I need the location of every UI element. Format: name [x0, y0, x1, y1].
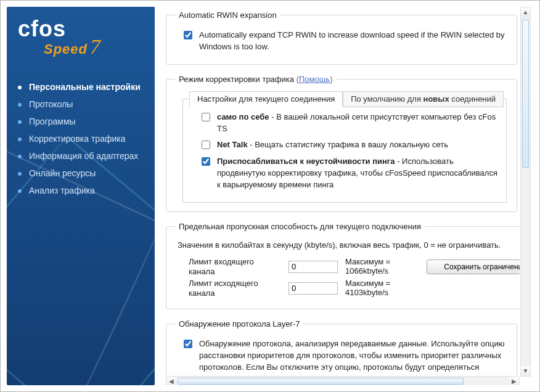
- sidebar-item-label: Корректировка трафика: [29, 134, 125, 144]
- sidebar-item-label: Анализ трафика: [29, 186, 95, 195]
- group-limits-legend: Предельная пропускная способность для те…: [175, 222, 425, 231]
- tab-new-connections[interactable]: По умолчанию для новых соединений: [343, 91, 504, 107]
- scroll-left-arrow-icon[interactable]: ◀: [166, 377, 176, 385]
- rwin-checkbox-label: Automatically expand TCP RWIN to increas…: [199, 30, 508, 53]
- traffic-mode-help-link[interactable]: Помощь: [299, 75, 330, 84]
- rwin-checkbox[interactable]: [184, 31, 192, 39]
- limit-row-outbound: Лимит исходящего канала Максимум = 4103k…: [189, 279, 520, 298]
- group-rwin: Automatic RWIN expansion Automatically e…: [166, 10, 517, 65]
- group-layer7: Обнаружение протокола Layer-7 Обнаружени…: [166, 319, 517, 377]
- sidebar-item-online[interactable]: Онлайн ресурсы: [7, 165, 155, 182]
- scroll-h-thumb[interactable]: [178, 378, 464, 385]
- content-scroll: Automatic RWIN expansion Automatically e…: [166, 7, 520, 377]
- tabs-container: Настройки для текущего соединения По умо…: [182, 99, 507, 203]
- opt-self-checkbox[interactable]: [202, 113, 210, 121]
- layer7-checkbox[interactable]: [184, 340, 192, 348]
- scroll-down-arrow-icon[interactable]: ▼: [521, 366, 530, 376]
- sidebar-item-label: Информация об адаптерах: [29, 151, 138, 161]
- traffic-mode-legend-text: Режим корректировки трафика: [179, 75, 294, 84]
- group-traffic-mode: Режим корректировки трафика (Помощь) Нас…: [166, 75, 517, 212]
- scroll-v-track[interactable]: [521, 17, 530, 366]
- opt-ping-variance-label: Приспосабливаться к неустойчивости пинга…: [217, 156, 499, 191]
- sidebar-item-protocols[interactable]: Протоколы: [7, 96, 155, 113]
- opt-self-label: само по себе - В вашей локальной сети пр…: [217, 112, 499, 135]
- group-layer7-legend: Обнаружение протокола Layer-7: [175, 319, 303, 329]
- sidebar-item-programs[interactable]: Программы: [7, 113, 155, 130]
- logo: cfos Speed7: [7, 7, 155, 75]
- sidebar-item-analysis[interactable]: Анализ трафика: [7, 182, 155, 199]
- scroll-up-arrow-icon[interactable]: ▲: [521, 7, 530, 17]
- layer7-checkbox-label: Обнаружение протокола, анализируя переда…: [199, 338, 508, 377]
- logo-subbrand: Speed7: [44, 35, 144, 59]
- limit-inbound-label: Лимит входящего канала: [189, 257, 281, 276]
- sidebar-item-label: Программы: [29, 116, 76, 126]
- scroll-v-thumb[interactable]: [522, 20, 529, 168]
- group-traffic-mode-legend: Режим корректировки трафика (Помощь): [175, 75, 337, 84]
- tab-current-connection[interactable]: Настройки для текущего соединения: [189, 91, 343, 107]
- app-window: cfos Speed7 Персональные настройки Прото…: [0, 0, 540, 392]
- sidebar: cfos Speed7 Персональные настройки Прото…: [7, 7, 155, 385]
- sidebar-item-personal[interactable]: Персональные настройки: [7, 78, 155, 96]
- group-limits: Предельная пропускная способность для те…: [166, 222, 520, 310]
- limit-inbound-max: Максимум = 1066kbyte/s: [345, 258, 419, 276]
- sidebar-item-adapters[interactable]: Информация об адаптерах: [7, 147, 155, 165]
- limit-outbound-max: Максимум = 4103kbyte/s: [345, 279, 419, 298]
- sidebar-item-shaping[interactable]: Корректировка трафика: [7, 130, 155, 147]
- opt-nettalk-label: Net Talk - Вещать статистику трафика в в…: [217, 139, 499, 151]
- vertical-scrollbar[interactable]: ▲ ▼: [520, 7, 531, 377]
- scroll-right-arrow-icon[interactable]: ▶: [509, 377, 519, 385]
- layout: cfos Speed7 Персональные настройки Прото…: [7, 7, 533, 385]
- tabs-bar: Настройки для текущего соединения По умо…: [189, 91, 504, 107]
- sidebar-nav: Персональные настройки Протоколы Програм…: [7, 75, 155, 199]
- logo-version: 7: [90, 35, 101, 58]
- limit-row-inbound: Лимит входящего канала Максимум = 1066kb…: [189, 257, 520, 276]
- limits-note: Значения в килобайтах в секунду (kbyte/s…: [178, 240, 520, 251]
- opt-ping-variance-checkbox[interactable]: [202, 157, 210, 166]
- limit-inbound-input[interactable]: [288, 261, 338, 273]
- sidebar-item-label: Протоколы: [29, 99, 73, 109]
- opt-nettalk-checkbox[interactable]: [202, 141, 210, 149]
- save-limits-button[interactable]: Сохранить ограничения: [427, 259, 520, 274]
- limit-outbound-label: Лимит исходящего канала: [189, 279, 281, 298]
- sidebar-item-label: Персональные настройки: [29, 82, 141, 92]
- group-rwin-legend: Automatic RWIN expansion: [175, 10, 280, 20]
- scroll-h-track[interactable]: [176, 377, 509, 385]
- horizontal-scrollbar[interactable]: ◀ ▶: [166, 376, 520, 385]
- sidebar-item-label: Онлайн ресурсы: [29, 168, 96, 178]
- logo-sub-text: Speed: [44, 41, 88, 57]
- main-panel: Automatic RWIN expansion Automatically e…: [155, 7, 533, 385]
- limit-outbound-input[interactable]: [288, 282, 338, 295]
